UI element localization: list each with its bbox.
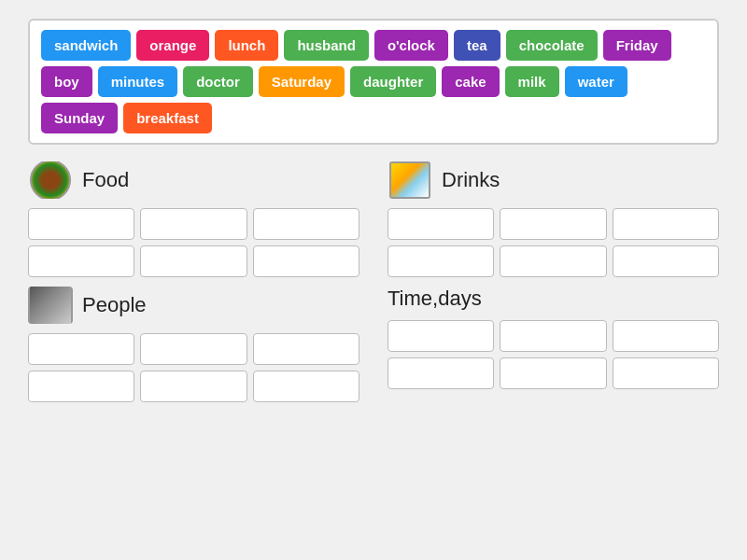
word-chip-minutes[interactable]: minutes xyxy=(98,66,178,97)
word-chip-chocolate[interactable]: chocolate xyxy=(506,30,598,61)
drop-box-timedays-1[interactable] xyxy=(500,320,606,352)
category-title-people: People xyxy=(82,293,147,317)
category-header-food: Food xyxy=(28,161,359,199)
category-title-drinks: Drinks xyxy=(442,168,500,192)
drop-box-food-5[interactable] xyxy=(253,245,359,277)
drop-box-drinks-3[interactable] xyxy=(388,245,494,277)
category-people: People xyxy=(28,287,359,402)
drop-box-people-0[interactable] xyxy=(28,333,134,365)
drop-box-timedays-5[interactable] xyxy=(613,357,719,389)
categories-grid: FoodDrinksPeopleTime,days xyxy=(28,161,719,402)
category-drinks: Drinks xyxy=(388,161,719,277)
word-chip-milk[interactable]: milk xyxy=(505,66,559,97)
drop-box-timedays-2[interactable] xyxy=(613,320,719,352)
drop-grid-timedays xyxy=(388,320,719,389)
drop-box-people-4[interactable] xyxy=(140,371,247,402)
drop-grid-food xyxy=(28,208,359,277)
category-title-food: Food xyxy=(82,168,129,192)
drop-box-timedays-3[interactable] xyxy=(388,357,494,389)
drop-box-people-5[interactable] xyxy=(253,371,359,402)
word-chip-tea[interactable]: tea xyxy=(454,30,500,61)
word-chip-lunch[interactable]: lunch xyxy=(215,30,278,61)
category-header-drinks: Drinks xyxy=(388,161,719,199)
drop-box-food-4[interactable] xyxy=(140,245,247,277)
drinks-image xyxy=(388,161,432,199)
drop-box-people-1[interactable] xyxy=(140,333,247,365)
word-chip-daughter[interactable]: daughter xyxy=(350,66,436,97)
drop-grid-people xyxy=(28,333,359,402)
word-chip-oclock[interactable]: o'clock xyxy=(374,30,448,61)
drop-box-timedays-4[interactable] xyxy=(500,357,606,389)
drop-box-drinks-5[interactable] xyxy=(613,245,719,277)
word-chip-orange[interactable]: orange xyxy=(136,30,209,61)
word-bank: sandwichorangelunchhusbando'clockteachoc… xyxy=(28,19,719,145)
word-chip-husband[interactable]: husband xyxy=(284,30,369,61)
drop-box-drinks-1[interactable] xyxy=(500,208,606,240)
drop-box-food-1[interactable] xyxy=(140,208,247,240)
category-header-timedays: Time,days xyxy=(388,287,719,311)
category-title-timedays: Time,days xyxy=(388,287,482,311)
category-timedays: Time,days xyxy=(388,287,719,402)
word-chip-doctor[interactable]: doctor xyxy=(183,66,253,97)
word-chip-breakfast[interactable]: breakfast xyxy=(123,103,212,133)
word-chip-saturday[interactable]: Saturday xyxy=(259,66,345,97)
drop-box-people-3[interactable] xyxy=(28,371,134,402)
word-chip-sunday[interactable]: Sunday xyxy=(41,103,118,133)
drop-grid-drinks xyxy=(388,208,719,277)
word-chip-friday[interactable]: Friday xyxy=(603,30,671,61)
drop-box-timedays-0[interactable] xyxy=(388,320,494,352)
food-image xyxy=(28,161,73,199)
people-image xyxy=(28,287,73,324)
drop-box-drinks-0[interactable] xyxy=(388,208,494,240)
drop-box-food-0[interactable] xyxy=(28,208,134,240)
drop-box-food-3[interactable] xyxy=(28,245,134,277)
drop-box-food-2[interactable] xyxy=(253,208,359,240)
drop-box-people-2[interactable] xyxy=(253,333,359,365)
word-chip-water[interactable]: water xyxy=(565,66,627,97)
word-chip-sandwich[interactable]: sandwich xyxy=(41,30,131,61)
drop-box-drinks-4[interactable] xyxy=(500,245,606,277)
drop-box-drinks-2[interactable] xyxy=(613,208,719,240)
category-food: Food xyxy=(28,161,359,277)
category-header-people: People xyxy=(28,287,359,324)
word-chip-cake[interactable]: cake xyxy=(442,66,499,97)
word-chip-boy[interactable]: boy xyxy=(41,66,92,97)
